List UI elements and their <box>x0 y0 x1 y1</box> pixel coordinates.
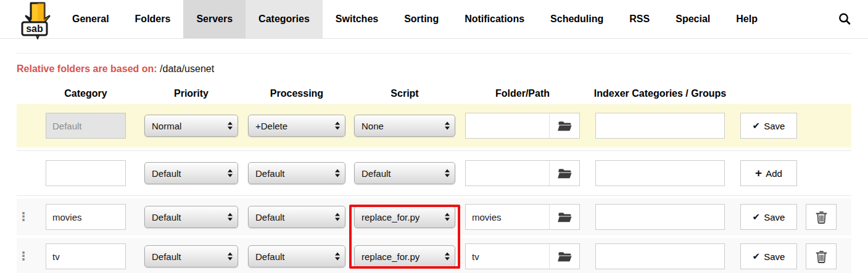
col-header-category: Category <box>46 88 126 99</box>
col-header-folder: Folder/Path <box>465 88 580 99</box>
save-button[interactable]: ✔Save <box>740 204 797 230</box>
script-select[interactable]: None <box>354 115 455 137</box>
new-category-row: Default Default Default +Add <box>17 150 851 196</box>
folder-icon <box>558 211 572 223</box>
folder-path-input[interactable] <box>465 113 550 139</box>
check-icon: ✔ <box>753 211 761 222</box>
processing-select[interactable]: Default <box>248 245 345 267</box>
tab-general[interactable]: General <box>59 0 122 38</box>
category-row-tv: ⋮ Default Default replace_for.py <box>17 238 851 273</box>
priority-select[interactable]: Default <box>144 245 238 267</box>
category-input <box>46 113 126 139</box>
col-header-indexer: Indexer Categories / Groups <box>595 88 725 99</box>
category-input[interactable] <box>46 204 126 230</box>
categories-table: Category Priority Processing Script Fold… <box>0 83 868 273</box>
script-select[interactable]: replace_for.py <box>354 245 455 267</box>
default-category-row: Normal +Delete None ✔Save <box>17 104 851 147</box>
processing-select[interactable]: Default <box>248 162 345 184</box>
category-row-movies: ⋮ Default Default replace_for.py <box>17 198 851 235</box>
save-button-label: Save <box>764 251 785 262</box>
check-icon: ✔ <box>753 120 761 131</box>
table-header-row: Category Priority Processing Script Fold… <box>17 83 868 104</box>
script-select[interactable]: Default <box>354 162 455 184</box>
col-header-processing: Processing <box>248 88 345 99</box>
browse-folder-button[interactable] <box>549 160 580 186</box>
priority-select[interactable]: Normal <box>144 115 238 137</box>
folder-icon <box>558 251 572 263</box>
processing-select[interactable]: +Delete <box>248 115 345 137</box>
trash-icon <box>816 250 827 263</box>
indexer-groups-input[interactable] <box>595 204 725 230</box>
tab-scheduling[interactable]: Scheduling <box>537 0 616 38</box>
processing-select[interactable]: Default <box>248 206 345 228</box>
tab-categories[interactable]: Categories <box>246 0 323 38</box>
tab-servers[interactable]: Servers <box>183 0 246 38</box>
indexer-groups-input[interactable] <box>595 113 725 139</box>
trash-icon <box>816 211 827 224</box>
tab-sorting[interactable]: Sorting <box>391 0 452 38</box>
save-button[interactable]: ✔Save <box>740 243 797 269</box>
col-header-script: Script <box>354 88 455 99</box>
check-icon: ✔ <box>753 251 761 262</box>
folder-path-input[interactable] <box>465 243 550 269</box>
folder-icon <box>558 168 572 179</box>
priority-select[interactable]: Default <box>144 206 238 228</box>
tab-rss[interactable]: RSS <box>616 0 663 38</box>
drag-handle[interactable]: ⋮ <box>18 251 30 261</box>
sabnzbd-logo[interactable]: sab <box>21 0 53 38</box>
note-label: Relative folders are based on: <box>17 63 157 74</box>
category-input[interactable] <box>46 160 126 186</box>
nav-tabs: General Folders Servers Categories Switc… <box>59 0 771 38</box>
tab-notifications[interactable]: Notifications <box>452 0 537 38</box>
tab-help[interactable]: Help <box>723 0 771 38</box>
folder-path-input[interactable] <box>465 160 550 186</box>
svg-text:sab: sab <box>26 23 43 34</box>
note-path-value: /data/usenet <box>157 63 215 74</box>
top-navbar: sab General Folders Servers Categories S… <box>0 0 868 39</box>
add-button-label: Add <box>766 168 782 179</box>
browse-folder-button[interactable] <box>549 113 580 139</box>
search-icon <box>838 12 851 26</box>
col-header-priority: Priority <box>144 88 238 99</box>
folder-path-input[interactable] <box>465 204 550 230</box>
delete-button[interactable] <box>806 243 837 269</box>
folder-icon <box>558 120 572 132</box>
sab-logo-icon: sab <box>21 2 53 41</box>
priority-select[interactable]: Default <box>144 162 238 184</box>
browse-folder-button[interactable] <box>549 243 580 269</box>
divider <box>17 53 851 54</box>
indexer-groups-input[interactable] <box>595 243 725 269</box>
indexer-groups-input[interactable] <box>595 160 725 186</box>
save-button[interactable]: ✔Save <box>740 113 797 139</box>
category-input[interactable] <box>46 243 126 269</box>
add-button[interactable]: +Add <box>740 160 797 186</box>
save-button-label: Save <box>764 212 785 222</box>
relative-folders-note: Relative folders are based on: /data/use… <box>17 62 868 76</box>
browse-folder-button[interactable] <box>549 204 580 230</box>
save-button-label: Save <box>764 121 785 131</box>
plus-icon: + <box>755 167 762 179</box>
drag-handle[interactable]: ⋮ <box>18 211 30 222</box>
script-select[interactable]: replace_for.py <box>354 206 455 228</box>
search-button[interactable] <box>838 0 851 38</box>
tab-special[interactable]: Special <box>663 0 723 38</box>
tab-folders[interactable]: Folders <box>122 0 184 38</box>
tab-switches[interactable]: Switches <box>323 0 391 38</box>
delete-button[interactable] <box>806 204 837 230</box>
